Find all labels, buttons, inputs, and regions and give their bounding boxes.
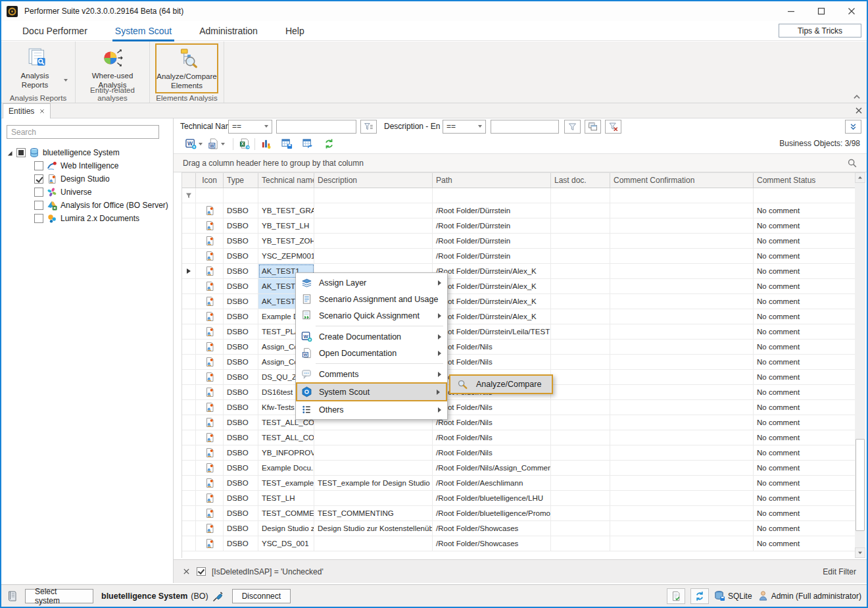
cell-last-doc[interactable] [551,430,610,445]
cell-comment-status[interactable]: No comment [754,491,858,505]
edit-filter-link[interactable]: Edit Filter [823,567,856,576]
cell-comment-confirmation[interactable] [610,385,754,399]
row-type-icon-cell[interactable] [196,400,224,415]
cell-type[interactable]: DSBO [224,203,258,218]
cell-description[interactable]: Design Studio zur Kostenstellenüb... [314,521,433,536]
cell-comment-confirmation[interactable] [610,309,754,324]
cell-comment-status[interactable]: No comment [754,476,858,490]
cell-comment-status[interactable]: No comment [754,461,858,475]
table-row[interactable]: DSBODesign Studio z...Design Studio zur … [182,521,858,536]
row-type-icon-cell[interactable] [196,203,224,218]
tips-and-tricks-button[interactable]: Tips & Tricks [779,24,861,38]
cell-technical-name[interactable]: TEST_ALL_CO... [258,430,314,445]
row-type-icon-cell[interactable] [196,309,224,324]
tab-close-icon[interactable] [39,109,45,114]
cell-comment-status[interactable]: No comment [754,203,858,218]
cell-path[interactable]: /Root Folder/Dürrstein/Alex_K [433,279,551,293]
tab-system-scout[interactable]: System Scout [108,23,178,39]
filter-row-cell[interactable] [314,188,433,203]
cell-last-doc[interactable] [551,309,610,324]
table-row[interactable]: DSBOKfw-Tests/Root Folder/NilsNo comment [182,400,858,415]
remove-filter-icon[interactable] [183,568,190,575]
cell-path[interactable]: /Root Folder/Dürrstein/Leila/TEST ... [433,324,551,339]
ribbon-button-analyze-compare-elements[interactable]: Analyze/Compare Elements [155,43,218,93]
table-row[interactable]: DSBOYB_TEST_ZOHO/Root Folder/DürrsteinNo… [182,234,858,249]
table-row[interactable]: DSBOTEST_ALL_CO.../Root Folder/NilsNo co… [182,430,858,445]
table-row[interactable]: DSBOAssign_Comm/Root Folder/NilsNo comme… [182,340,858,355]
filter-row-cell[interactable] [754,188,858,203]
table-row[interactable]: DSBOAssign_Comm/Root Folder/NilsNo comme… [182,355,858,370]
cell-technical-name[interactable]: YSC_DS_001 [258,536,314,551]
scroll-down-icon[interactable] [855,547,865,558]
row-type-icon-cell[interactable] [196,218,224,233]
cell-last-doc[interactable] [551,218,610,233]
context-submenu-analyze-compare[interactable]: Analyze/Compare [449,374,553,394]
apply-filter-button[interactable] [564,120,581,134]
cell-last-doc[interactable] [551,445,610,460]
grid-filter-row[interactable] [182,188,858,203]
cell-description[interactable] [314,218,433,233]
cell-last-doc[interactable] [551,415,610,430]
cell-technical-name[interactable]: YB_TEST_GRAPH [258,203,314,218]
menu-item-create-documentation[interactable]: WCreate Documentation [296,328,447,345]
export-word-dropdown-icon[interactable] [199,143,203,145]
table-row[interactable]: DSBOTEST_LH/Root Folder/bluetelligence/L… [182,491,858,506]
cell-last-doc[interactable] [551,294,610,309]
cell-comment-status[interactable]: No comment [754,264,858,278]
table-row[interactable]: DSBOAK_TEST2/Root Folder/Dürrstein/Alex_… [182,279,858,294]
row-type-icon-cell[interactable] [196,476,224,490]
row-type-icon-cell[interactable] [196,445,224,460]
tree-item-lumira-2-x-documents[interactable]: Lumira 2.x Documents [1,212,173,225]
row-type-icon-cell[interactable] [196,249,224,263]
cell-path[interactable]: /Root Folder/Showcases [433,536,551,551]
row-type-icon-cell[interactable] [196,430,224,445]
cell-comment-confirmation[interactable] [610,536,754,551]
cell-type[interactable]: DSBO [224,309,258,324]
cell-comment-status[interactable]: No comment [754,445,858,460]
column-header-description[interactable]: Description [314,173,433,188]
save-grid-layout-icon[interactable] [280,138,293,151]
cell-comment-confirmation[interactable] [610,430,754,445]
tree-checkbox-universe[interactable] [34,188,43,197]
column-header-type[interactable]: Type [224,173,258,188]
tree-checkbox-analysis-for-office-bo-server[interactable] [34,201,43,210]
cell-comment-status[interactable]: No comment [754,415,858,430]
row-type-icon-cell[interactable] [196,491,224,505]
tree-checkbox-web-intelligence[interactable] [34,161,43,170]
cell-type[interactable]: DSBO [224,506,258,520]
technical-name-operator-select[interactable]: == [228,120,272,134]
cell-path[interactable]: /Root Folder/Nils [433,400,551,415]
cell-comment-confirmation[interactable] [610,203,754,218]
cell-comment-confirmation[interactable] [610,476,754,490]
table-row[interactable]: DSBOYSC_DS_001/Root Folder/ShowcasesNo c… [182,536,858,551]
clear-filter-button[interactable] [605,120,621,134]
table-row[interactable]: DSBOYB_TEST_GRAPH/Root Folder/DürrsteinN… [182,203,858,218]
cell-path[interactable]: /Root Folder/Dürrstein [433,234,551,248]
cell-path[interactable]: /Root Folder/Dürrstein [433,218,551,233]
menu-item-comments[interactable]: Comments [296,366,447,382]
cell-path[interactable]: /Root Folder/Nils [433,445,551,460]
cell-comment-status[interactable]: No comment [754,430,858,445]
cell-path[interactable]: /Root Folder/Aeschlimann [433,476,551,490]
cell-description[interactable] [314,249,433,263]
description-operator-select[interactable]: == [443,120,486,134]
cell-path[interactable]: /Root Folder/Nils [433,415,551,430]
cell-type[interactable]: DSBO [224,324,258,339]
cell-type[interactable]: DSBO [224,536,258,551]
cell-description[interactable] [314,445,433,460]
close-button[interactable] [836,1,867,21]
scroll-up-icon[interactable] [855,172,865,183]
cell-comment-status[interactable]: No comment [754,279,858,293]
cell-last-doc[interactable] [551,491,610,505]
cell-path[interactable]: /Root Folder/Dürrstein [433,203,551,218]
cell-last-doc[interactable] [551,461,610,475]
tab-help[interactable]: Help [279,23,311,39]
row-type-icon-cell[interactable] [196,385,224,399]
cell-description[interactable] [314,536,433,551]
refresh-icon[interactable] [322,138,335,151]
cell-comment-status[interactable]: No comment [754,309,858,324]
cell-comment-status[interactable]: No comment [754,249,858,263]
tree-item-design-studio[interactable]: Design Studio [1,172,173,186]
table-row[interactable]: DSBOYSC_ZEPM001/Root Folder/DürrsteinNo … [182,249,858,264]
column-header-comment-status[interactable]: Comment Status [754,173,858,188]
